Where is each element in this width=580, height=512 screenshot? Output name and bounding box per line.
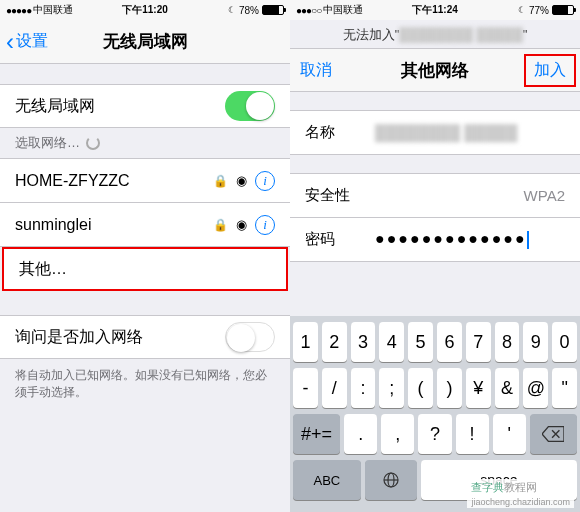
name-field-row[interactable]: 名称 ████████ █████ (290, 111, 580, 155)
key[interactable]: @ (523, 368, 548, 408)
key[interactable]: - (293, 368, 318, 408)
security-label: 安全性 (305, 186, 375, 205)
battery-percent: 78% (239, 5, 259, 16)
backspace-key[interactable] (530, 414, 577, 454)
globe-key[interactable] (365, 460, 417, 500)
key[interactable]: 1 (293, 322, 318, 362)
key[interactable]: ¥ (466, 368, 491, 408)
right-screen: ●●●○○ 中国联通 下午11:24 ☾ 77% 无法加入"████████ █… (290, 0, 580, 512)
wifi-network-row[interactable]: HOME-ZFYZZC 🔒 ◉ i (0, 159, 290, 203)
key[interactable]: 8 (495, 322, 520, 362)
info-icon[interactable]: i (255, 215, 275, 235)
network-name: HOME-ZFYZZC (15, 172, 130, 190)
wifi-network-row[interactable]: sunminglei 🔒 ◉ i (0, 203, 290, 247)
lock-icon: 🔒 (213, 218, 228, 232)
wifi-toggle[interactable] (225, 91, 275, 121)
key[interactable]: . (344, 414, 377, 454)
nav-title: 无线局域网 (103, 30, 188, 53)
watermark: 查字典教程网 jiaocheng.chazidian.com (467, 479, 574, 508)
modal-title: 其他网络 (401, 59, 469, 82)
name-value: ████████ █████ (375, 124, 517, 141)
key[interactable]: ' (493, 414, 526, 454)
back-button[interactable]: ‹ 设置 (0, 28, 48, 56)
battery-icon (552, 5, 574, 15)
password-input[interactable]: ●●●●●●●●●●●●● (375, 230, 565, 249)
globe-icon (382, 471, 400, 489)
ask-join-toggle[interactable] (225, 322, 275, 352)
footer-help-text: 将自动加入已知网络。如果没有已知网络，您必须手动选择。 (0, 359, 290, 409)
ask-join-row: 询问是否加入网络 (0, 315, 290, 359)
network-name: sunminglei (15, 216, 91, 234)
signal-dots-icon: ●●●●● (6, 5, 31, 16)
carrier: 中国联通 (33, 3, 73, 17)
security-field-row[interactable]: 安全性 WPA2 (290, 174, 580, 218)
join-button[interactable]: 加入 (524, 54, 576, 87)
battery-icon (262, 5, 284, 15)
status-bar: ●●●○○ 中国联通 下午11:24 ☾ 77% (290, 0, 580, 20)
wifi-toggle-label: 无线局域网 (15, 96, 95, 117)
signal-dots-icon: ●●●○○ (296, 5, 321, 16)
other-label: 其他… (19, 259, 67, 280)
password-field-row[interactable]: 密码 ●●●●●●●●●●●●● (290, 218, 580, 262)
moon-icon: ☾ (518, 5, 526, 15)
password-label: 密码 (305, 230, 375, 249)
error-message: 无法加入"████████ █████" (290, 20, 580, 44)
wifi-toggle-row: 无线局域网 (0, 84, 290, 128)
chevron-left-icon: ‹ (6, 28, 14, 56)
key[interactable]: 3 (351, 322, 376, 362)
spinner-icon (86, 136, 100, 150)
security-value: WPA2 (375, 187, 565, 204)
choose-network-header: 选取网络… (0, 128, 290, 158)
key[interactable]: 5 (408, 322, 433, 362)
symbols-key[interactable]: #+= (293, 414, 340, 454)
key[interactable]: 4 (379, 322, 404, 362)
clock: 下午11:20 (122, 3, 168, 17)
key[interactable]: ! (456, 414, 489, 454)
key[interactable]: 9 (523, 322, 548, 362)
key[interactable]: ( (408, 368, 433, 408)
status-bar: ●●●●● 中国联通 下午11:20 ☾ 78% (0, 0, 290, 20)
nav-bar: ‹ 设置 无线局域网 (0, 20, 290, 64)
cancel-button[interactable]: 取消 (290, 60, 342, 81)
backspace-icon (542, 426, 564, 442)
key[interactable]: 6 (437, 322, 462, 362)
carrier: 中国联通 (323, 3, 363, 17)
key[interactable]: " (552, 368, 577, 408)
clock: 下午11:24 (412, 3, 458, 17)
info-icon[interactable]: i (255, 171, 275, 191)
key[interactable]: ) (437, 368, 462, 408)
key[interactable]: ; (379, 368, 404, 408)
abc-key[interactable]: ABC (293, 460, 361, 500)
battery-percent: 77% (529, 5, 549, 16)
ask-join-label: 询问是否加入网络 (15, 327, 143, 348)
name-label: 名称 (305, 123, 375, 142)
modal-nav-bar: 取消 其他网络 加入 (290, 48, 580, 92)
key[interactable]: 0 (552, 322, 577, 362)
key[interactable]: & (495, 368, 520, 408)
key[interactable]: , (381, 414, 414, 454)
key[interactable]: 7 (466, 322, 491, 362)
left-screen: ●●●●● 中国联通 下午11:20 ☾ 78% ‹ 设置 无线局域网 无线局域… (0, 0, 290, 512)
moon-icon: ☾ (228, 5, 236, 15)
key[interactable]: : (351, 368, 376, 408)
key[interactable]: / (322, 368, 347, 408)
key[interactable]: ? (418, 414, 451, 454)
wifi-signal-icon: ◉ (236, 217, 247, 232)
lock-icon: 🔒 (213, 174, 228, 188)
wifi-signal-icon: ◉ (236, 173, 247, 188)
back-label: 设置 (16, 31, 48, 52)
key[interactable]: 2 (322, 322, 347, 362)
other-network-button[interactable]: 其他… (2, 247, 288, 291)
